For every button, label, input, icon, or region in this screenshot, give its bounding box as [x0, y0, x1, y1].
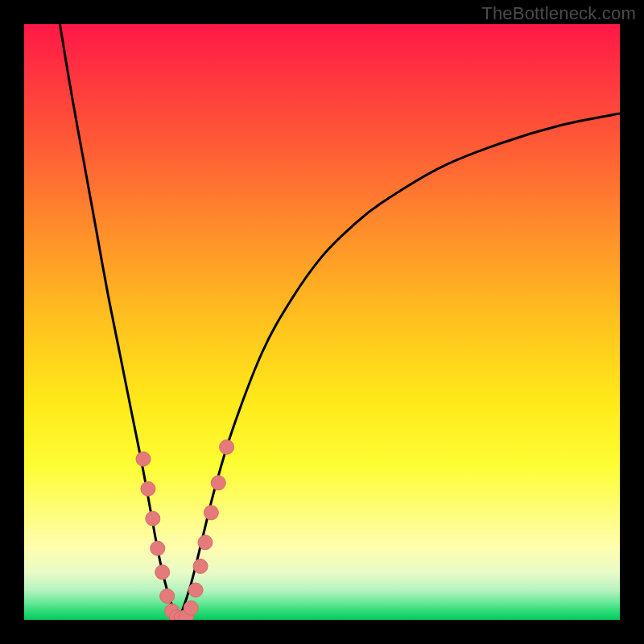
data-marker — [188, 583, 203, 597]
chart-frame: TheBottleneck.com — [0, 0, 644, 644]
data-marker — [136, 452, 151, 466]
data-marker — [193, 559, 208, 573]
data-marker — [146, 511, 160, 526]
data-marker — [141, 481, 155, 496]
right-branch-curve — [179, 114, 620, 620]
data-marker — [204, 506, 218, 520]
chart-svg — [24, 24, 620, 620]
marker-group — [136, 440, 234, 620]
data-marker — [184, 601, 198, 615]
curve-group — [60, 24, 620, 620]
data-marker — [198, 535, 213, 550]
data-marker — [220, 440, 234, 454]
data-marker — [160, 588, 175, 603]
data-marker — [211, 476, 225, 490]
left-branch-curve — [60, 24, 179, 620]
plot-area — [24, 24, 620, 620]
data-marker — [151, 541, 165, 555]
data-marker — [155, 565, 170, 580]
watermark-text: TheBottleneck.com — [481, 3, 636, 24]
